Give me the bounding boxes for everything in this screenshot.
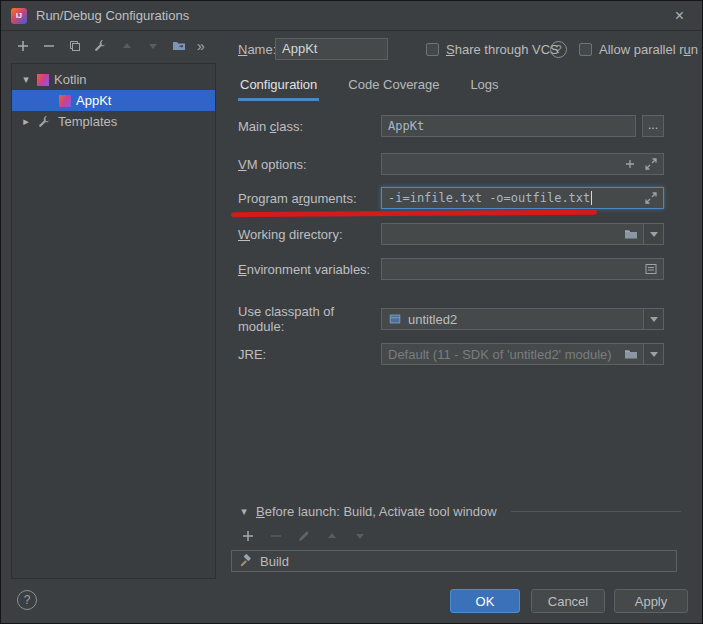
help-button[interactable]: ? xyxy=(17,590,37,610)
configuration-panel: Configuration Code Coverage Logs Main cl… xyxy=(223,63,689,579)
program-arguments-field[interactable]: -i=infile.txt -o=outfile.txt xyxy=(381,187,664,209)
edit-pencil-icon[interactable] xyxy=(296,528,312,544)
apply-button[interactable]: Apply xyxy=(614,589,688,613)
close-icon[interactable]: × xyxy=(667,6,692,26)
folder-icon[interactable] xyxy=(623,346,639,362)
copy-icon[interactable] xyxy=(67,38,83,54)
title-bar: IJ Run/Debug Configurations × xyxy=(1,1,702,31)
classpath-module-dropdown-button[interactable] xyxy=(643,309,663,329)
tree-item-templates[interactable]: ▸ Templates xyxy=(12,111,215,132)
kotlin-icon xyxy=(59,95,71,107)
before-launch-section[interactable]: ▾ Before launch: Build, Activate tool wi… xyxy=(238,504,681,519)
classpath-module-value: untitled2 xyxy=(408,312,457,327)
new-folder-icon[interactable] xyxy=(171,38,187,54)
chevron-right-icon[interactable]: ▸ xyxy=(20,115,32,128)
add-icon[interactable] xyxy=(240,528,256,544)
jre-label: JRE: xyxy=(238,347,381,362)
working-directory-dropdown-button[interactable] xyxy=(643,224,663,244)
name-input[interactable]: AppKt xyxy=(275,38,388,60)
run-debug-configurations-dialog: IJ Run/Debug Configurations × » Name: Ap… xyxy=(0,0,703,624)
move-up-icon[interactable] xyxy=(324,528,340,544)
build-hammer-icon xyxy=(238,553,254,569)
chevron-down-icon[interactable]: ▾ xyxy=(20,73,32,86)
move-down-icon[interactable] xyxy=(352,528,368,544)
text-caret xyxy=(591,191,592,205)
main-class-field[interactable]: AppKt xyxy=(381,115,636,137)
jre-value: Default (11 - SDK of 'untitled2' module) xyxy=(388,347,612,362)
tree-item-appkt[interactable]: AppKt xyxy=(12,90,215,111)
working-directory-field[interactable] xyxy=(381,223,664,245)
before-launch-item-label[interactable]: Build xyxy=(260,554,289,569)
section-divider xyxy=(511,511,681,512)
browse-env-vars-icon[interactable] xyxy=(643,261,659,277)
chevron-down-icon[interactable]: ▾ xyxy=(238,505,250,518)
module-icon xyxy=(388,312,402,326)
remove-icon[interactable] xyxy=(268,528,284,544)
allow-parallel-run-label: Allow parallel run xyxy=(599,42,698,57)
cancel-button[interactable]: Cancel xyxy=(531,589,605,613)
jre-combobox[interactable]: Default (11 - SDK of 'untitled2' module) xyxy=(381,343,664,365)
expand-editor-icon[interactable] xyxy=(643,190,659,206)
working-directory-label: Working directory: xyxy=(238,227,381,242)
main-class-value: AppKt xyxy=(388,119,424,133)
window-title: Run/Debug Configurations xyxy=(36,8,189,23)
configurations-tree: ▾ Kotlin AppKt ▸ Templates xyxy=(11,63,216,579)
tree-item-label: Kotlin xyxy=(54,72,87,87)
before-launch-label: Before launch: Build, Activate tool wind… xyxy=(256,504,497,519)
tab-configuration[interactable]: Configuration xyxy=(238,71,319,101)
move-up-icon[interactable] xyxy=(119,38,135,54)
classpath-module-label: Use classpath of module: xyxy=(238,304,381,334)
folder-icon[interactable] xyxy=(623,226,639,242)
tab-logs[interactable]: Logs xyxy=(468,71,500,101)
dropdown-arrow-icon xyxy=(650,352,658,357)
kotlin-icon xyxy=(37,74,49,86)
environment-variables-field[interactable] xyxy=(381,258,664,280)
jre-dropdown-button[interactable] xyxy=(643,344,663,364)
configurations-toolbar: » xyxy=(15,36,205,56)
add-icon[interactable] xyxy=(622,156,638,172)
share-vcs-label: Share through VCS xyxy=(446,42,559,57)
environment-variables-label: Environment variables: xyxy=(238,262,381,277)
intellij-logo-icon: IJ xyxy=(11,8,27,24)
remove-icon[interactable] xyxy=(41,38,57,54)
share-vcs-help-icon[interactable]: ? xyxy=(550,41,567,58)
tree-item-label: AppKt xyxy=(76,93,111,108)
vm-options-field[interactable] xyxy=(381,153,664,175)
templates-wrench-icon xyxy=(37,114,53,130)
tab-code-coverage[interactable]: Code Coverage xyxy=(346,71,441,101)
vm-options-label: VM options: xyxy=(238,157,381,172)
program-arguments-value: -i=infile.txt -o=outfile.txt xyxy=(388,191,590,205)
dropdown-arrow-icon xyxy=(650,317,658,322)
dropdown-arrow-icon xyxy=(650,232,658,237)
share-vcs-checkbox[interactable] xyxy=(426,43,439,56)
ok-button[interactable]: OK xyxy=(450,589,520,613)
before-launch-list: Build xyxy=(231,550,677,572)
name-label: Name: xyxy=(238,42,276,57)
tab-bar: Configuration Code Coverage Logs xyxy=(238,71,501,101)
classpath-module-combobox[interactable]: untitled2 xyxy=(381,308,664,330)
name-value: AppKt xyxy=(282,41,317,56)
program-arguments-label: Program arguments: xyxy=(238,191,381,206)
more-actions-icon[interactable]: » xyxy=(197,38,205,54)
expand-editor-icon[interactable] xyxy=(643,156,659,172)
main-class-browse-button[interactable]: ... xyxy=(642,115,664,137)
tree-item-label: Templates xyxy=(58,114,117,129)
allow-parallel-run-checkbox[interactable] xyxy=(579,43,592,56)
edit-templates-wrench-icon[interactable] xyxy=(93,38,109,54)
move-down-icon[interactable] xyxy=(145,38,161,54)
tree-item-kotlin[interactable]: ▾ Kotlin xyxy=(12,69,215,90)
add-icon[interactable] xyxy=(15,38,31,54)
main-class-label: Main class: xyxy=(238,119,381,134)
before-launch-toolbar xyxy=(240,528,368,544)
